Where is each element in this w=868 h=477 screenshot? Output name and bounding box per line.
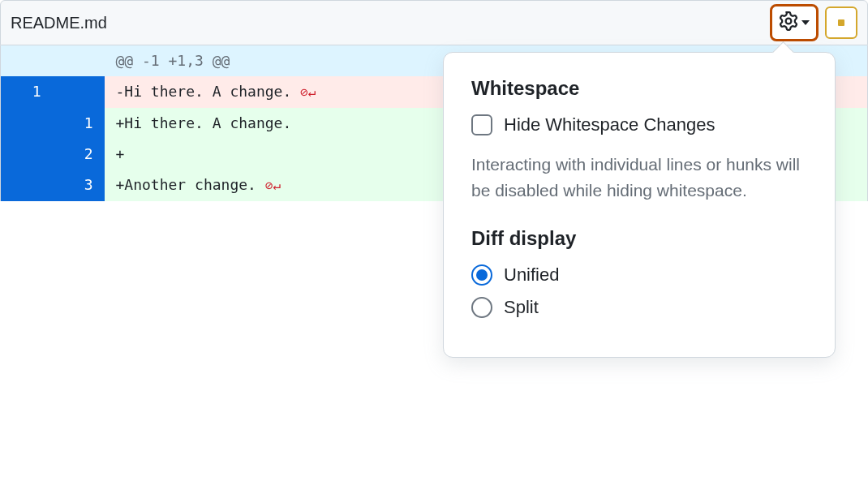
header-actions xyxy=(770,4,857,41)
new-line-number: 3 xyxy=(53,170,105,201)
square-action-button[interactable] xyxy=(825,6,857,39)
caret-down-icon xyxy=(801,20,810,25)
new-line-number: 2 xyxy=(53,139,105,170)
radio-checked-icon[interactable] xyxy=(471,264,492,286)
diff-display-split-option[interactable]: Split xyxy=(471,297,807,318)
hide-whitespace-label: Hide Whitespace Changes xyxy=(504,114,715,135)
new-line-number xyxy=(53,45,105,76)
split-label: Split xyxy=(504,297,539,318)
diff-display-unified-option[interactable]: Unified xyxy=(471,264,807,286)
checkbox-unchecked-icon[interactable] xyxy=(471,114,492,135)
old-line-number xyxy=(1,45,53,76)
new-line-number: 1 xyxy=(53,108,105,139)
old-line-number: 1 xyxy=(1,76,53,108)
old-line-number xyxy=(1,139,53,170)
unified-label: Unified xyxy=(504,264,559,286)
hide-whitespace-option[interactable]: Hide Whitespace Changes xyxy=(471,114,807,135)
whitespace-heading: Whitespace xyxy=(471,77,807,100)
file-name: README.md xyxy=(11,14,107,32)
diff-settings-dropdown: Whitespace Hide Whitespace Changes Inter… xyxy=(443,52,836,358)
old-line-number xyxy=(1,170,53,201)
newline-icon: ↵ xyxy=(308,84,316,100)
diff-display-heading: Diff display xyxy=(471,227,807,250)
no-newline-icon: ⊘ xyxy=(300,84,308,100)
diff-settings-button[interactable] xyxy=(770,4,819,41)
radio-unchecked-icon[interactable] xyxy=(471,297,492,318)
gear-icon xyxy=(779,11,798,34)
new-line-number xyxy=(53,76,105,108)
newline-icon: ↵ xyxy=(273,178,281,193)
square-dot-icon xyxy=(838,19,844,26)
whitespace-note: Interacting with individual lines or hun… xyxy=(471,152,807,203)
file-header: README.md xyxy=(0,0,868,45)
no-newline-icon: ⊘ xyxy=(265,178,273,193)
old-line-number xyxy=(1,108,53,139)
